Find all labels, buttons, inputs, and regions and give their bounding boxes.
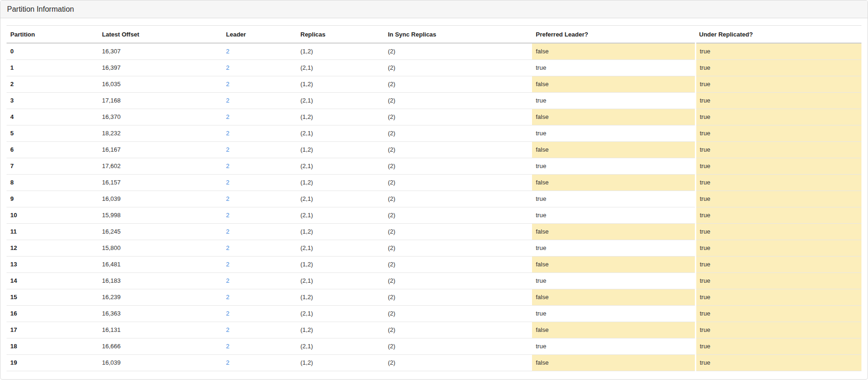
under-replicated-cell: true	[695, 322, 861, 338]
under-replicated-cell: true	[695, 141, 861, 158]
partition-table-body: 016,3072(1,2)(2)falsetrue116,3972(2,1)(2…	[7, 43, 861, 371]
under-replicated-cell: true	[695, 59, 861, 76]
in-sync-replicas-cell: (2)	[384, 354, 532, 371]
leader-link[interactable]: 2	[226, 228, 229, 235]
leader-cell: 2	[222, 125, 297, 141]
partition-table: Partition Latest Offset Leader Replicas …	[7, 25, 861, 371]
preferred-leader-cell: false	[532, 289, 695, 305]
table-row: 016,3072(1,2)(2)falsetrue	[7, 43, 861, 59]
partition-cell: 11	[7, 223, 98, 240]
partition-cell: 3	[7, 92, 98, 109]
leader-link[interactable]: 2	[226, 195, 229, 202]
under-replicated-cell: true	[695, 289, 861, 305]
under-replicated-cell: true	[695, 272, 861, 289]
in-sync-replicas-cell: (2)	[384, 59, 532, 76]
table-row: 1816,6662(2,1)(2)truetrue	[7, 338, 861, 354]
leader-link[interactable]: 2	[226, 179, 229, 186]
under-replicated-cell: true	[695, 43, 861, 59]
preferred-leader-cell: false	[532, 43, 695, 59]
in-sync-replicas-cell: (2)	[384, 338, 532, 354]
leader-link[interactable]: 2	[226, 212, 229, 219]
under-replicated-cell: true	[695, 338, 861, 354]
in-sync-replicas-cell: (2)	[384, 76, 532, 92]
partition-cell: 8	[7, 174, 98, 191]
replicas-cell: (2,1)	[297, 125, 384, 141]
in-sync-replicas-cell: (2)	[384, 256, 532, 272]
leader-cell: 2	[222, 354, 297, 371]
panel-heading: Partition Information	[0, 0, 868, 18]
partition-cell: 10	[7, 207, 98, 223]
partition-cell: 18	[7, 338, 98, 354]
partition-cell: 5	[7, 125, 98, 141]
panel-title: Partition Information	[7, 5, 74, 13]
in-sync-replicas-cell: (2)	[384, 174, 532, 191]
in-sync-replicas-cell: (2)	[384, 240, 532, 256]
leader-link[interactable]: 2	[226, 113, 229, 120]
leader-link[interactable]: 2	[226, 359, 229, 366]
partition-cell: 1	[7, 59, 98, 76]
leader-link[interactable]: 2	[226, 294, 229, 301]
table-row: 1916,0392(1,2)(2)falsetrue	[7, 354, 861, 371]
panel-body: Partition Latest Offset Leader Replicas …	[0, 18, 868, 371]
leader-link[interactable]: 2	[226, 97, 229, 104]
leader-cell: 2	[222, 272, 297, 289]
leader-link[interactable]: 2	[226, 146, 229, 153]
replicas-cell: (1,2)	[297, 109, 384, 125]
table-row: 1516,2392(1,2)(2)falsetrue	[7, 289, 861, 305]
leader-link[interactable]: 2	[226, 64, 229, 71]
leader-cell: 2	[222, 174, 297, 191]
table-row: 518,2322(2,1)(2)truetrue	[7, 125, 861, 141]
partition-cell: 2	[7, 76, 98, 92]
table-row: 616,1672(1,2)(2)falsetrue	[7, 141, 861, 158]
preferred-leader-cell: false	[532, 174, 695, 191]
leader-link[interactable]: 2	[226, 261, 229, 268]
preferred-leader-cell: true	[532, 125, 695, 141]
table-row: 1316,4812(1,2)(2)falsetrue	[7, 256, 861, 272]
partition-cell: 15	[7, 289, 98, 305]
table-row: 1416,1832(2,1)(2)truetrue	[7, 272, 861, 289]
latest-offset-cell: 15,800	[98, 240, 222, 256]
preferred-leader-cell: false	[532, 256, 695, 272]
under-replicated-cell: true	[695, 223, 861, 240]
preferred-leader-cell: true	[532, 338, 695, 354]
leader-cell: 2	[222, 305, 297, 322]
leader-cell: 2	[222, 59, 297, 76]
partition-cell: 7	[7, 158, 98, 174]
partition-cell: 19	[7, 354, 98, 371]
replicas-cell: (1,2)	[297, 256, 384, 272]
leader-link[interactable]: 2	[226, 162, 229, 169]
under-replicated-cell: true	[695, 76, 861, 92]
partition-cell: 16	[7, 305, 98, 322]
in-sync-replicas-cell: (2)	[384, 92, 532, 109]
leader-link[interactable]: 2	[226, 277, 229, 284]
latest-offset-cell: 17,602	[98, 158, 222, 174]
table-row: 116,3972(2,1)(2)truetrue	[7, 59, 861, 76]
under-replicated-cell: true	[695, 305, 861, 322]
leader-link[interactable]: 2	[226, 310, 229, 317]
partition-information-panel: Partition Information Partition Latest O…	[0, 0, 868, 380]
column-header-in-sync-replicas: In Sync Replicas	[384, 26, 532, 44]
under-replicated-cell: true	[695, 256, 861, 272]
leader-link[interactable]: 2	[226, 81, 229, 88]
leader-link[interactable]: 2	[226, 130, 229, 137]
in-sync-replicas-cell: (2)	[384, 191, 532, 207]
leader-cell: 2	[222, 256, 297, 272]
leader-link[interactable]: 2	[226, 244, 229, 251]
leader-link[interactable]: 2	[226, 343, 229, 350]
replicas-cell: (1,2)	[297, 322, 384, 338]
column-header-replicas: Replicas	[297, 26, 384, 44]
latest-offset-cell: 16,363	[98, 305, 222, 322]
preferred-leader-cell: false	[532, 223, 695, 240]
under-replicated-cell: true	[695, 125, 861, 141]
in-sync-replicas-cell: (2)	[384, 158, 532, 174]
partition-cell: 0	[7, 43, 98, 59]
replicas-cell: (1,2)	[297, 223, 384, 240]
replicas-cell: (1,2)	[297, 289, 384, 305]
latest-offset-cell: 16,039	[98, 354, 222, 371]
leader-link[interactable]: 2	[226, 326, 229, 333]
latest-offset-cell: 16,035	[98, 76, 222, 92]
leader-link[interactable]: 2	[226, 48, 229, 55]
leader-cell: 2	[222, 76, 297, 92]
latest-offset-cell: 16,245	[98, 223, 222, 240]
replicas-cell: (1,2)	[297, 354, 384, 371]
